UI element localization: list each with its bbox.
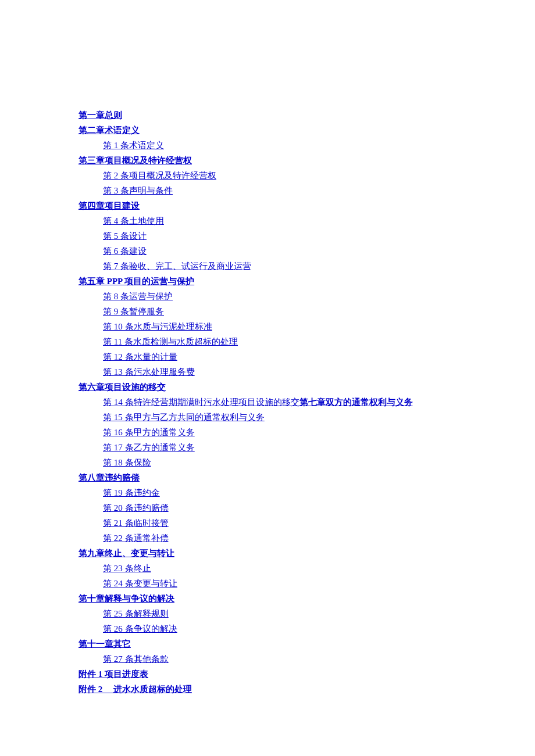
- toc-chapter-8[interactable]: 第八章违约赔偿: [79, 473, 140, 482]
- toc-article-22[interactable]: 第 22 条通常补偿: [103, 533, 169, 543]
- toc-article-23[interactable]: 第 23 条终止: [103, 564, 151, 573]
- toc-article-7[interactable]: 第 7 条验收、完工、试运行及商业运营: [103, 261, 251, 271]
- toc-chapter-4[interactable]: 第四章项目建设: [79, 201, 140, 210]
- toc-chapter-5[interactable]: 第五章 PPP 项目的运营与保护: [79, 277, 194, 286]
- toc-article-16[interactable]: 第 16 条甲方的通常义务: [103, 428, 195, 437]
- toc-article-4[interactable]: 第 4 条土地使用: [103, 216, 164, 225]
- toc-chapter-2[interactable]: 第二章术语定义: [79, 126, 140, 135]
- toc-article-6[interactable]: 第 6 条建设: [103, 246, 147, 256]
- toc-chapter-3[interactable]: 第三章项目概况及特许经营权: [79, 156, 192, 165]
- toc-article-17[interactable]: 第 17 条乙方的通常义务: [103, 443, 195, 452]
- toc-article-27[interactable]: 第 27 条其他条款: [103, 654, 169, 664]
- toc-article-19[interactable]: 第 19 条违约金: [103, 488, 160, 497]
- toc-article-12[interactable]: 第 12 条水量的计量: [103, 352, 177, 361]
- toc-article-15[interactable]: 第 15 条甲方与乙方共同的通常权利与义务: [103, 413, 265, 422]
- toc-article-8[interactable]: 第 8 条运营与保护: [103, 292, 173, 301]
- toc-article-26[interactable]: 第 26 条争议的解决: [103, 624, 177, 633]
- toc-chapter-6[interactable]: 第六章项目设施的移交: [79, 382, 166, 392]
- toc-article-20[interactable]: 第 20 条违约赔偿: [103, 503, 169, 513]
- toc-article-14[interactable]: 第 14 条特许经营期期满时污水处理项目设施的移交: [103, 397, 299, 407]
- toc-article-9[interactable]: 第 9 条暂停服务: [103, 307, 164, 316]
- toc-appendix-1[interactable]: 附件 1 项目进度表: [79, 669, 148, 679]
- toc-article-10[interactable]: 第 10 条水质与污泥处理标准: [103, 322, 212, 331]
- toc-chapter-11[interactable]: 第十一章其它: [79, 639, 131, 648]
- toc-chapter-1[interactable]: 第一章总则: [79, 110, 122, 120]
- toc-chapter-7-inline[interactable]: 第七章双方的通常权利与义务: [299, 397, 413, 407]
- toc-appendix-2[interactable]: 附件 2 进水水质超标的处理: [79, 685, 192, 694]
- toc-article-1[interactable]: 第 1 条术语定义: [103, 141, 164, 150]
- toc-article-24[interactable]: 第 24 条变更与转让: [103, 579, 177, 588]
- toc-chapter-10[interactable]: 第十章解释与争议的解决: [79, 594, 174, 603]
- toc-article-2[interactable]: 第 2 条项目概况及特许经营权: [103, 171, 216, 180]
- toc-article-3[interactable]: 第 3 条声明与条件: [103, 186, 173, 195]
- toc-article-5[interactable]: 第 5 条设计: [103, 231, 147, 241]
- toc-article-18[interactable]: 第 18 条保险: [103, 458, 151, 467]
- toc-article-21[interactable]: 第 21 条临时接管: [103, 518, 169, 528]
- toc-chapter-9[interactable]: 第九章终止、变更与转让: [79, 549, 174, 558]
- document-page: 第一章总则 第二章术语定义 第 1 条术语定义 第三章项目概况及特许经营权 第 …: [0, 0, 535, 756]
- toc-article-11[interactable]: 第 11 条水质检测与水质超标的处理: [103, 337, 238, 346]
- toc-article-13[interactable]: 第 13 条污水处理服务费: [103, 367, 195, 377]
- toc-article-25[interactable]: 第 25 条解释规则: [103, 609, 169, 618]
